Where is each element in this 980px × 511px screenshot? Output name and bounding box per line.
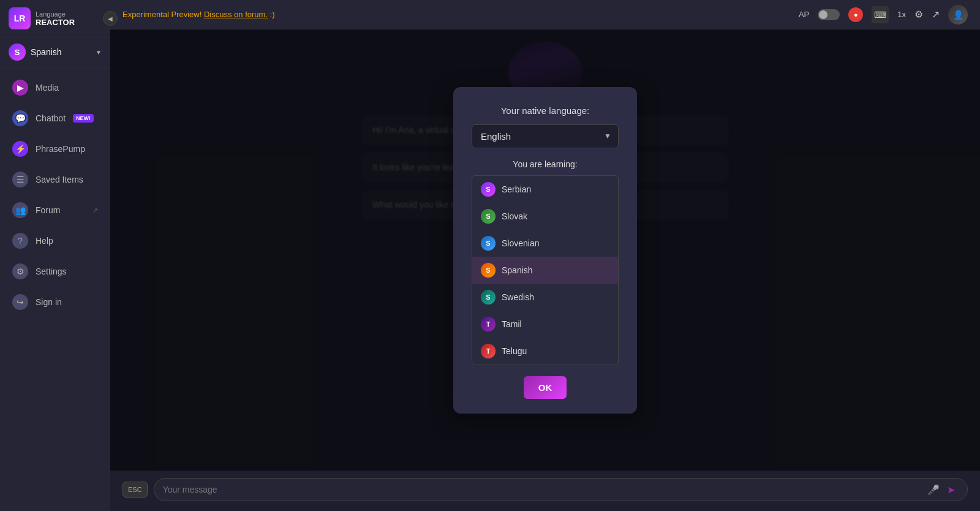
serbian-avatar: S [481, 182, 496, 197]
saved-icon: ☰ [12, 172, 28, 187]
logo-text: Language REACTOR [36, 10, 75, 27]
sidebar-nav: ▶ Media 💬 Chatbot NEW! ⚡ PhrasePump ☰ Sa… [0, 67, 110, 511]
help-icon: ? [12, 233, 28, 249]
sidebar-item-help-label: Help [36, 236, 53, 246]
dropdown-item-slovak[interactable]: SSlovak [472, 203, 618, 230]
chatbot-icon: 💬 [12, 110, 28, 126]
esc-button[interactable]: ESC [123, 482, 148, 498]
tamil-avatar: T [481, 317, 496, 331]
dropdown-item-swedish[interactable]: SSwedish [472, 284, 618, 311]
slovak-avatar: S [481, 209, 496, 224]
language-dropdown-arrow: ▼ [96, 49, 102, 56]
telugu-avatar: T [481, 344, 496, 358]
sidebar-item-forum-label: Forum [36, 205, 60, 215]
language-selector[interactable]: S Spanish ▼ [0, 37, 110, 67]
media-icon: ▶ [12, 80, 28, 96]
collapse-button[interactable]: ◀ [103, 11, 118, 26]
external-link-icon: ↗ [92, 206, 98, 214]
microphone-button[interactable]: 🎤 [924, 482, 943, 498]
telugu-label: Telugu [502, 346, 527, 356]
share-button[interactable]: ↗ [932, 9, 940, 20]
keyboard-button[interactable]: ⌨ [872, 6, 889, 23]
message-input-wrapper: 🎤 ➤ [154, 478, 968, 501]
swedish-avatar: S [481, 290, 496, 305]
language-name: Spanish [31, 47, 91, 57]
ap-label: AP [799, 10, 809, 19]
learning-language-dropdown: SSerbianSSlovakSSlovenianSSpanishSSwedis… [472, 175, 619, 365]
user-avatar[interactable]: 👤 [948, 5, 968, 25]
sidebar-item-saved[interactable]: ☰ Saved Items [4, 165, 107, 194]
native-language-select[interactable]: English [472, 124, 619, 148]
sidebar-item-chatbot-label: Chatbot [36, 113, 66, 123]
dropdown-item-serbian[interactable]: SSerbian [472, 176, 618, 203]
dropdown-item-spanish[interactable]: SSpanish [472, 257, 618, 284]
sidebar-item-media[interactable]: ▶ Media [4, 74, 107, 102]
tamil-label: Tamil [502, 319, 522, 329]
language-settings-dialog: Your native language: English ▼ You are … [453, 87, 637, 414]
sidebar-item-media-label: Media [36, 83, 59, 93]
message-bar: ESC 🎤 ➤ [110, 471, 980, 511]
chat-area: Hi! I'm Aria, a virtual conversation par… [110, 29, 980, 471]
learning-language-label: You are learning: [472, 159, 619, 169]
logo-subtitle: REACTOR [36, 18, 75, 27]
logo-icon: LR [9, 7, 31, 29]
forum-icon: 👥 [12, 202, 28, 218]
ap-toggle[interactable] [818, 9, 840, 20]
sidebar-item-phrasepump-label: PhrasePump [36, 144, 85, 154]
top-controls: AP ● ⌨ 1x ⚙ ↗ 👤 [799, 5, 968, 25]
dialog-overlay: Your native language: English ▼ You are … [110, 29, 980, 471]
signin-icon: ↪ [12, 294, 28, 310]
dropdown-item-tamil[interactable]: TTamil [472, 311, 618, 338]
sidebar: LR Language REACTOR ◀ S Spanish ▼ ▶ Medi… [0, 0, 110, 511]
sidebar-item-phrasepump[interactable]: ⚡ PhrasePump [4, 135, 107, 163]
slovenian-avatar: S [481, 236, 496, 251]
main-area: Experimental Preview! Discuss on forum. … [110, 0, 980, 511]
native-language-select-wrapper: English ▼ [472, 124, 619, 148]
logo-title: Language [36, 10, 75, 18]
experimental-notice: Experimental Preview! Discuss on forum. … [123, 10, 275, 19]
sidebar-item-signin-label: Sign in [36, 297, 62, 307]
language-avatar: S [9, 44, 26, 61]
top-bar: Experimental Preview! Discuss on forum. … [110, 0, 980, 29]
ok-button[interactable]: OK [524, 376, 567, 399]
sidebar-item-chatbot[interactable]: 💬 Chatbot NEW! [4, 104, 107, 132]
spanish-label: Spanish [502, 265, 533, 275]
slovak-label: Slovak [502, 211, 527, 221]
record-button[interactable]: ● [848, 7, 863, 22]
settings-icon: ⚙ [12, 263, 28, 279]
sidebar-item-settings[interactable]: ⚙ Settings [4, 257, 107, 286]
dropdown-item-telugu[interactable]: TTelugu [472, 338, 618, 365]
sidebar-item-forum[interactable]: 👥 Forum ↗ [4, 196, 107, 224]
swedish-label: Swedish [502, 292, 534, 302]
discuss-forum-link[interactable]: Discuss on forum. [204, 10, 268, 19]
ap-toggle-knob [819, 10, 827, 19]
sidebar-item-settings-label: Settings [36, 267, 67, 276]
native-language-title: Your native language: [472, 105, 619, 116]
slovenian-label: Slovenian [502, 238, 540, 248]
dropdown-item-slovenian[interactable]: SSlovenian [472, 230, 618, 257]
sidebar-item-help[interactable]: ? Help [4, 227, 107, 255]
send-button[interactable]: ➤ [943, 482, 959, 498]
chatbot-badge: NEW! [73, 114, 94, 123]
gear-button[interactable]: ⚙ [914, 9, 923, 20]
phrasepump-icon: ⚡ [12, 141, 28, 157]
message-input[interactable] [163, 479, 924, 501]
logo-area: LR Language REACTOR ◀ [0, 0, 110, 37]
sidebar-item-saved-label: Saved Items [36, 175, 83, 184]
sidebar-item-signin[interactable]: ↪ Sign in [4, 288, 107, 316]
serbian-label: Serbian [502, 184, 531, 194]
spanish-avatar: S [481, 263, 496, 278]
speed-label: 1x [897, 10, 906, 19]
